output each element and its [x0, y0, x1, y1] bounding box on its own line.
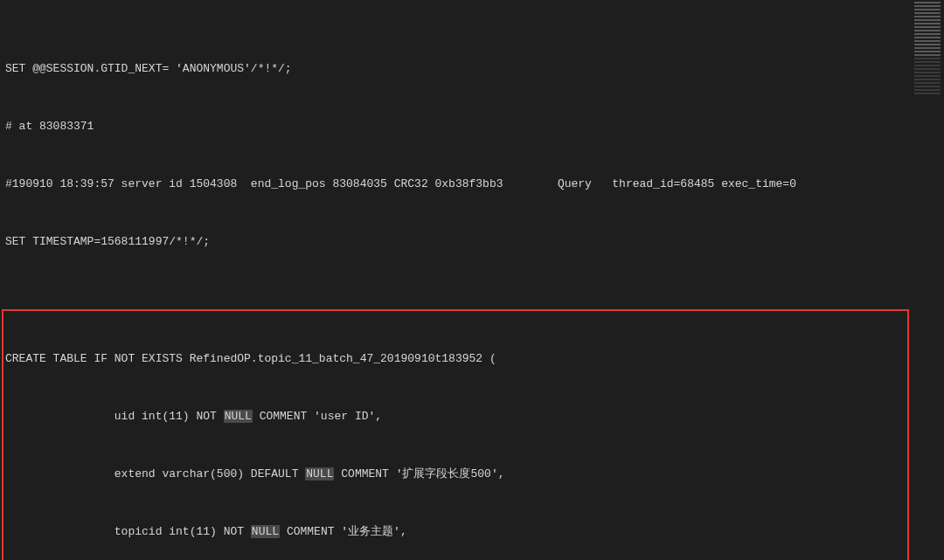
binlog-output: SET @@SESSION.GTID_NEXT= 'ANONYMOUS'/*!*… — [0, 0, 911, 560]
log-line: topicid int(11) NOT NULL COMMENT '业务主题', — [5, 522, 906, 542]
log-line: SET TIMESTAMP=1568111997/*!*/; — [5, 232, 906, 252]
highlight-box-create-table: CREATE TABLE IF NOT EXISTS RefinedOP.top… — [2, 309, 909, 560]
log-line: SET @@SESSION.GTID_NEXT= 'ANONYMOUS'/*!*… — [5, 59, 906, 79]
log-line: #190910 18:39:57 server id 1504308 end_l… — [5, 175, 906, 194]
minimap[interactable] — [911, 0, 944, 560]
log-line: CREATE TABLE IF NOT EXISTS RefinedOP.top… — [5, 349, 906, 369]
log-line: # at 83083371 — [5, 117, 906, 136]
log-line: extend varchar(500) DEFAULT NULL COMMENT… — [5, 465, 906, 484]
log-line: uid int(11) NOT NULL COMMENT 'user ID', — [5, 407, 906, 426]
